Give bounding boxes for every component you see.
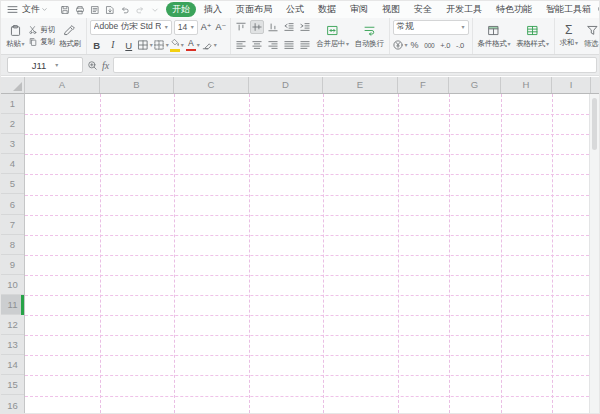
- column-header-E[interactable]: E: [323, 77, 398, 93]
- number-format-select[interactable]: 常规▾: [393, 20, 469, 35]
- conditional-format-table-icon: [487, 24, 500, 37]
- decrease-indent-button[interactable]: [282, 20, 296, 34]
- cut-button[interactable]: 剪切: [28, 25, 55, 35]
- grid-row-line: [25, 295, 589, 296]
- hamburger-menu-icon[interactable]: [6, 3, 19, 16]
- sum-button[interactable]: Σ 求和▾: [558, 24, 580, 48]
- clipboard-group: 粘贴▾ 剪切 复制 格式刷: [1, 18, 87, 54]
- tab-smart-toolbox[interactable]: 智能工具箱: [540, 2, 597, 17]
- tab-security[interactable]: 安全: [408, 2, 438, 17]
- export-icon[interactable]: [105, 5, 115, 15]
- borders-button[interactable]: ▾: [138, 38, 152, 52]
- formula-input[interactable]: [113, 57, 597, 73]
- tab-view[interactable]: 视图: [376, 2, 406, 17]
- save-icon[interactable]: [60, 5, 70, 15]
- vertical-scrollbar[interactable]: [589, 94, 599, 413]
- increase-indent-button[interactable]: [298, 20, 312, 34]
- copy-button[interactable]: 复制: [28, 37, 55, 47]
- row-header-9[interactable]: 9: [1, 255, 24, 275]
- eraser-icon: [201, 39, 213, 51]
- column-header-C[interactable]: C: [174, 77, 249, 93]
- row-header-13[interactable]: 13: [1, 335, 24, 355]
- more-icon[interactable]: [150, 5, 160, 15]
- align-bottom-button[interactable]: [266, 20, 280, 34]
- percent-style-button[interactable]: %: [409, 40, 421, 50]
- align-top-button[interactable]: [234, 20, 248, 34]
- increase-indent-icon: [299, 21, 311, 33]
- column-header-A[interactable]: A: [25, 77, 100, 93]
- column-header-D[interactable]: D: [249, 77, 323, 93]
- thousand-separator-button[interactable]: 000: [422, 42, 436, 49]
- row-header-3[interactable]: 3: [1, 134, 24, 154]
- format-painter-button[interactable]: 格式刷: [57, 24, 83, 49]
- redo-icon[interactable]: [135, 5, 145, 15]
- align-left-button[interactable]: [234, 38, 248, 52]
- filter-button[interactable]: 筛选▾: [582, 24, 600, 49]
- italic-button[interactable]: I: [106, 38, 120, 52]
- column-header-B[interactable]: B: [100, 77, 174, 93]
- column-header-G[interactable]: G: [449, 77, 501, 93]
- row-header-5[interactable]: 5: [1, 174, 24, 194]
- tab-special-features[interactable]: 特色功能: [490, 2, 538, 17]
- row-header-7[interactable]: 7: [1, 215, 24, 235]
- underline-button[interactable]: U: [122, 38, 136, 52]
- undo-icon[interactable]: [120, 5, 130, 15]
- clear-format-button[interactable]: ▾: [202, 38, 216, 52]
- file-menu-button[interactable]: 文件: [22, 3, 48, 16]
- row-header-10[interactable]: 10: [1, 275, 24, 295]
- column-header-H[interactable]: H: [501, 77, 552, 93]
- select-all-corner[interactable]: [1, 77, 25, 94]
- align-distributed-button[interactable]: [298, 38, 312, 52]
- decrease-decimal-button[interactable]: -.0: [454, 41, 466, 50]
- fill-color-button[interactable]: ▾: [170, 38, 184, 52]
- fx-label[interactable]: fx: [102, 60, 109, 71]
- increase-font-button[interactable]: A⁺: [200, 22, 213, 32]
- print-preview-icon[interactable]: [90, 5, 100, 15]
- row-header-2[interactable]: 2: [1, 114, 24, 134]
- cut-label: 剪切: [40, 25, 55, 35]
- tab-home[interactable]: 开始: [166, 2, 196, 17]
- row-header-16[interactable]: 16: [1, 396, 24, 414]
- font-size-select[interactable]: 14▾: [174, 20, 198, 35]
- wrap-text-button[interactable]: 自动换行: [353, 24, 386, 49]
- row-header-4[interactable]: 4: [1, 154, 24, 174]
- tab-review[interactable]: 审阅: [344, 2, 374, 17]
- table-style-button[interactable]: 表格样式▾: [514, 24, 551, 49]
- font-color-button[interactable]: A▾: [186, 38, 200, 52]
- row-header-14[interactable]: 14: [1, 355, 24, 375]
- grid-column-line: [174, 94, 175, 413]
- align-right-button[interactable]: [266, 38, 280, 52]
- merge-center-button[interactable]: 合并居中▾: [314, 24, 351, 49]
- tab-page-layout[interactable]: 页面布局: [230, 2, 278, 17]
- name-box[interactable]: J11 ▾: [7, 57, 83, 73]
- align-justify-button[interactable]: [282, 38, 296, 52]
- align-center-button[interactable]: [250, 38, 264, 52]
- paste-button[interactable]: 粘贴▾: [4, 24, 26, 49]
- draw-border-button[interactable]: ▾: [154, 38, 168, 52]
- row-header-12[interactable]: 12: [1, 315, 24, 335]
- row-header-15[interactable]: 15: [1, 375, 24, 395]
- tab-insert[interactable]: 插入: [198, 2, 228, 17]
- conditional-format-button[interactable]: 条件格式▾: [476, 24, 513, 49]
- currency-format-button[interactable]: ▾: [393, 38, 407, 52]
- increase-decimal-button[interactable]: +.0: [438, 41, 452, 50]
- tab-dev-tools[interactable]: 开发工具: [440, 2, 488, 17]
- tab-data[interactable]: 数据: [312, 2, 342, 17]
- grid-row-line: [25, 275, 589, 276]
- column-header-I[interactable]: I: [552, 77, 591, 93]
- row-header-6[interactable]: 6: [1, 195, 24, 215]
- insert-function-icon[interactable]: [87, 60, 98, 71]
- row-header-1[interactable]: 1: [1, 94, 24, 114]
- font-size-value: 14: [178, 22, 187, 32]
- align-middle-button[interactable]: [250, 20, 264, 34]
- row-header-8[interactable]: 8: [1, 235, 24, 255]
- font-name-select[interactable]: Adobe 仿宋 Std R▾: [90, 20, 172, 35]
- cells-area[interactable]: [25, 94, 589, 413]
- tab-formulas[interactable]: 公式: [280, 2, 310, 17]
- column-header-F[interactable]: F: [398, 77, 449, 93]
- scrollbar-thumb[interactable]: [592, 98, 597, 150]
- format-painter-label: 格式刷: [59, 39, 81, 49]
- print-icon[interactable]: [75, 5, 85, 15]
- bold-button[interactable]: B: [90, 38, 104, 52]
- decrease-font-button[interactable]: A⁻: [215, 22, 228, 32]
